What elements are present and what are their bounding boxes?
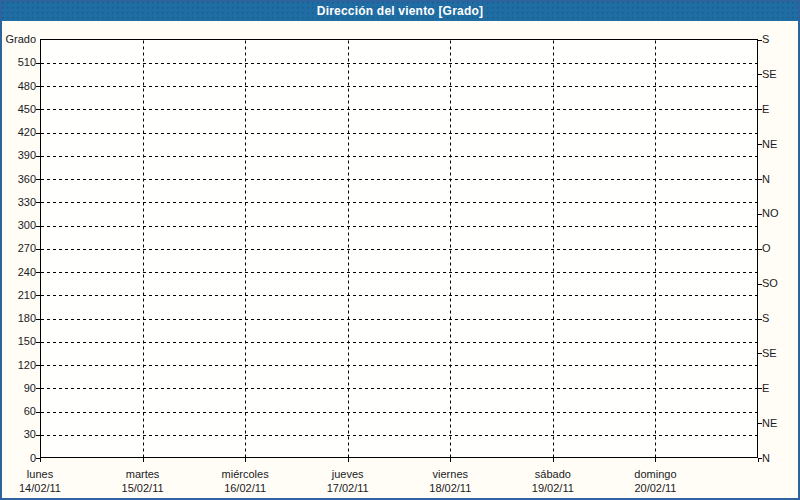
- x-axis-day-label: domingo: [604, 468, 706, 481]
- y-axis-tick-label: 390: [0, 149, 36, 162]
- y-axis-tick-label: 150: [0, 335, 36, 348]
- y-axis-tick-label: 0: [0, 452, 36, 465]
- x-axis-date-label: 15/02/11: [92, 482, 194, 495]
- y-axis-tick-label: 30: [0, 428, 36, 441]
- x-axis-day-label: sábado: [502, 468, 604, 481]
- x-axis-date-label: 19/02/11: [502, 482, 604, 495]
- compass-tick-label: S: [762, 33, 800, 46]
- y-axis-tick-label: 330: [0, 196, 36, 209]
- compass-tick-label: NE: [762, 138, 800, 151]
- y-axis-tick-label: 450: [0, 103, 36, 116]
- y-axis-tick-label: 480: [0, 80, 36, 93]
- compass-tick-label: E: [762, 103, 800, 116]
- x-axis-date-label: 20/02/11: [604, 482, 706, 495]
- x-axis-day-label: lunes: [0, 468, 91, 481]
- compass-tick-label: SE: [762, 347, 800, 360]
- chart-title: Dirección del viento [Grado]: [317, 4, 483, 18]
- x-axis-day-label: martes: [92, 468, 194, 481]
- x-axis-date-label: 16/02/11: [194, 482, 296, 495]
- y-axis-tick-label: 60: [0, 405, 36, 418]
- compass-tick-label: O: [762, 242, 800, 255]
- compass-tick-label: SE: [762, 68, 800, 81]
- y-axis-tick-label: 240: [0, 266, 36, 279]
- chart-plot-grid: [0, 0, 800, 500]
- y-axis-tick-label: 510: [0, 56, 36, 69]
- compass-tick-label: NE: [762, 417, 800, 430]
- y-axis-tick-label: 360: [0, 173, 36, 186]
- y-axis-tick-label: 180: [0, 312, 36, 325]
- y-axis-tick-label: 300: [0, 219, 36, 232]
- plot-border: [41, 40, 758, 458]
- compass-tick-label: N: [762, 173, 800, 186]
- x-axis-day-label: jueves: [297, 468, 399, 481]
- compass-tick-label: SO: [762, 277, 800, 290]
- compass-tick-label: S: [762, 312, 800, 325]
- y-axis-title: Grado: [2, 33, 36, 45]
- wind-direction-chart-panel: Dirección del viento [Grado] Grado 03060…: [0, 0, 800, 500]
- compass-tick-label: E: [762, 382, 800, 395]
- x-axis-date-label: 17/02/11: [297, 482, 399, 495]
- x-axis-date-label: 18/02/11: [399, 482, 501, 495]
- compass-tick-label: NO: [762, 207, 800, 220]
- y-axis-tick-label: 270: [0, 242, 36, 255]
- y-axis-tick-label: 90: [0, 382, 36, 395]
- y-axis-tick-label: 420: [0, 126, 36, 139]
- x-axis-day-label: miércoles: [194, 468, 296, 481]
- chart-title-bar: Dirección del viento [Grado]: [0, 0, 800, 21]
- x-axis-day-label: viernes: [399, 468, 501, 481]
- compass-tick-label: N: [762, 452, 800, 465]
- x-axis-date-label: 14/02/11: [0, 482, 91, 495]
- y-axis-tick-label: 210: [0, 289, 36, 302]
- y-axis-tick-label: 120: [0, 359, 36, 372]
